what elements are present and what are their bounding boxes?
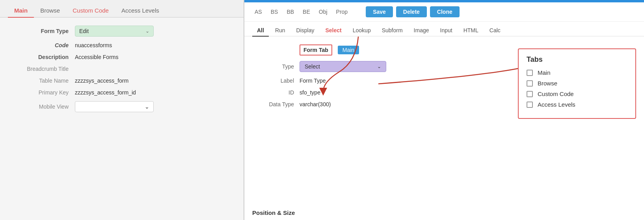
tabs-popup-title: Tabs <box>527 55 627 64</box>
toolbar-link-be[interactable]: BE <box>300 8 313 16</box>
tab-access-levels-left[interactable]: Access Levels <box>115 4 166 18</box>
toolbar-link-obj[interactable]: Obj <box>316 8 330 16</box>
breadcrumb-title-label: Breadcrumb Title <box>12 66 75 72</box>
field-breadcrumb-title: Breadcrumb Title <box>12 66 232 72</box>
checkbox-browse[interactable] <box>527 80 533 87</box>
tabs-popup-custom-code-label: Custom Code <box>538 91 574 97</box>
id-row-label: ID <box>252 89 300 96</box>
tab-display[interactable]: Display <box>292 25 319 37</box>
tabs-popup-item-custom-code: Custom Code <box>527 91 627 97</box>
field-primary-key: Primary Key zzzzsys_access_form_id <box>12 89 232 96</box>
tab-calc[interactable]: Calc <box>485 25 505 37</box>
clone-button[interactable]: Clone <box>430 6 460 17</box>
field-table-name: Table Name zzzzsys_access_form <box>12 78 232 84</box>
main-content: Form Tab Main Type Select ⌄ Label Form T… <box>244 37 644 220</box>
right-tabs-row: All Run Display Select Lookup Subform Im… <box>244 22 644 37</box>
tab-image[interactable]: Image <box>409 25 434 37</box>
id-row-value: sfo_type <box>300 89 320 96</box>
toolbar-link-bb[interactable]: BB <box>284 8 296 16</box>
label-row-value: Form Type <box>300 78 326 84</box>
form-tab-row: Form Tab Main <box>252 44 528 55</box>
primary-key-label: Primary Key <box>12 89 75 96</box>
type-row-label: Type <box>252 63 300 70</box>
tab-html[interactable]: HTML <box>459 25 483 37</box>
tabs-popup-item-browse: Browse <box>527 80 627 87</box>
chevron-down-icon: ⌄ <box>145 104 149 110</box>
tabs-popup-item-main: Main <box>527 69 627 76</box>
checkbox-main[interactable] <box>527 70 533 76</box>
left-top-tabs: Main Browse Custom Code Access Levels <box>0 0 244 18</box>
tab-lookup[interactable]: Lookup <box>348 25 376 37</box>
description-label: Description <box>12 54 75 60</box>
form-type-label: Form Type <box>12 28 75 34</box>
tab-select[interactable]: Select <box>320 25 346 37</box>
checkbox-custom-code[interactable] <box>527 91 533 97</box>
chevron-down-icon: ⌄ <box>377 64 381 69</box>
tabs-popup-main-label: Main <box>538 69 551 76</box>
mobile-view-dropdown[interactable]: ⌄ <box>75 101 154 112</box>
tab-browse-left[interactable]: Browse <box>34 4 66 18</box>
tab-custom-code-left[interactable]: Custom Code <box>66 4 115 18</box>
form-tab-box: Form Tab <box>300 44 332 55</box>
code-value: nuaccessforms <box>75 42 232 48</box>
type-select-dropdown[interactable]: Select ⌄ <box>300 61 386 72</box>
label-row: Label Form Type <box>252 78 528 84</box>
field-description: Description Accessible Forms <box>12 54 232 60</box>
checkbox-access-levels[interactable] <box>527 102 533 108</box>
form-section: Form Tab Main Type Select ⌄ Label Form T… <box>252 44 528 107</box>
delete-button[interactable]: Delete <box>396 6 427 17</box>
tabs-popup-item-access-levels: Access Levels <box>527 101 627 108</box>
toolbar-links: AS BS BB BE Obj Prop <box>252 8 350 16</box>
left-panel: Main Browse Custom Code Access Levels Fo… <box>0 0 244 220</box>
data-type-row-label: Data Type <box>252 101 300 107</box>
chevron-down-icon: ⌄ <box>145 28 149 34</box>
tab-run[interactable]: Run <box>270 25 290 37</box>
tab-main-left[interactable]: Main <box>8 4 34 18</box>
field-form-type: Form Type Edit ⌄ <box>12 26 232 37</box>
table-name-value: zzzzsys_access_form <box>75 78 232 84</box>
tabs-popup-access-levels-label: Access Levels <box>538 101 575 108</box>
toolbar-link-bs[interactable]: BS <box>268 8 281 16</box>
form-type-dropdown[interactable]: Edit ⌄ <box>75 26 154 37</box>
id-row: ID sfo_type <box>252 89 528 96</box>
data-type-row: Data Type varchar(300) <box>252 101 528 107</box>
tab-subform[interactable]: Subform <box>377 25 408 37</box>
field-mobile-view: Mobile View ⌄ <box>12 101 232 112</box>
right-panel: AS BS BB BE Obj Prop Save Delete Clone A… <box>244 0 644 220</box>
left-form-fields: Form Type Edit ⌄ Code nuaccessforms Desc… <box>0 18 244 220</box>
tab-input[interactable]: Input <box>436 25 457 37</box>
type-row: Type Select ⌄ <box>252 61 528 72</box>
tabs-popup: Tabs Main Browse Custom Code Access Leve… <box>518 48 636 119</box>
tabs-popup-browse-label: Browse <box>538 80 557 87</box>
description-value: Accessible Forms <box>75 54 232 60</box>
field-code: Code nuaccessforms <box>12 42 232 48</box>
table-name-label: Table Name <box>12 78 75 84</box>
toolbar-row: AS BS BB BE Obj Prop Save Delete Clone <box>244 2 644 22</box>
tab-all[interactable]: All <box>252 25 269 37</box>
save-button[interactable]: Save <box>366 6 393 17</box>
mobile-view-label: Mobile View <box>12 104 75 110</box>
action-buttons: Save Delete Clone <box>366 6 460 17</box>
code-label: Code <box>12 42 75 48</box>
toolbar-link-as[interactable]: AS <box>252 8 264 16</box>
form-tab-value: Main <box>338 46 359 54</box>
toolbar-link-prop[interactable]: Prop <box>334 8 350 16</box>
position-section-label: Position & Size <box>252 209 295 216</box>
data-type-row-value: varchar(300) <box>300 101 331 107</box>
label-row-label: Label <box>252 78 300 84</box>
primary-key-value: zzzzsys_access_form_id <box>75 89 232 96</box>
